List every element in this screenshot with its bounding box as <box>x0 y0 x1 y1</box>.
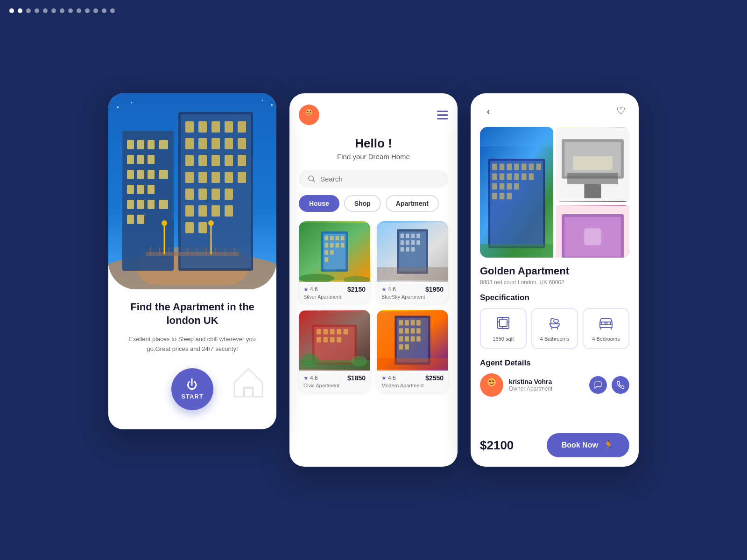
property-card-3[interactable]: ★ 4.6 $1850 Civic Apartment <box>299 310 370 392</box>
svg-rect-160 <box>536 164 541 170</box>
svg-rect-87 <box>324 236 328 241</box>
agent-info: kristina Vohra Owner Apartment <box>509 378 584 392</box>
svg-rect-154 <box>492 164 497 170</box>
svg-rect-145 <box>405 336 409 341</box>
svg-point-131 <box>301 354 319 367</box>
tab-house[interactable]: House <box>299 195 339 212</box>
star-icon: ★ <box>303 286 309 293</box>
svg-rect-180 <box>584 184 601 198</box>
svg-rect-31 <box>238 121 246 133</box>
spec-cards: 1650 sqft 4 Bathrooms <box>480 308 629 349</box>
property-image-2 <box>377 221 448 282</box>
svg-point-80 <box>307 111 309 112</box>
search-bar[interactable] <box>299 170 448 188</box>
bathrooms-label: 4 Bathrooms <box>540 336 569 342</box>
svg-rect-50 <box>225 189 233 200</box>
svg-rect-164 <box>514 173 519 180</box>
prop-name-1: Silver Apartment <box>303 294 366 300</box>
splash-subtitle: Exellent places to Sleep and chill where… <box>120 335 265 354</box>
tab-shop[interactable]: Shop <box>344 195 381 212</box>
svg-point-82 <box>309 176 314 181</box>
property-card-2[interactable]: ★ 4.6 $1950 BlueSky Apartment <box>377 221 448 303</box>
svg-rect-123 <box>330 329 335 334</box>
photo-main <box>480 127 553 258</box>
spec-title: Specification <box>480 293 629 302</box>
svg-rect-54 <box>225 205 233 217</box>
svg-rect-140 <box>399 328 403 333</box>
svg-rect-55 <box>185 222 194 233</box>
dots-row <box>9 8 115 13</box>
price-1: $2150 <box>347 286 366 293</box>
svg-rect-105 <box>411 234 415 238</box>
filter-tabs: House Shop Apartment <box>299 195 448 212</box>
svg-rect-94 <box>341 243 345 248</box>
svg-rect-139 <box>416 320 421 325</box>
property-card-1[interactable]: ★ 4.6 $2150 Silver Apartment <box>299 221 370 303</box>
svg-rect-89 <box>335 236 339 241</box>
svg-point-73 <box>131 102 133 104</box>
svg-rect-170 <box>514 183 519 189</box>
svg-rect-76 <box>245 388 252 397</box>
svg-rect-114 <box>377 267 448 280</box>
svg-rect-112 <box>406 247 409 252</box>
menu-button[interactable] <box>437 111 448 119</box>
property-image-4 <box>377 310 448 371</box>
svg-rect-32 <box>185 138 194 149</box>
svg-rect-97 <box>324 257 328 262</box>
svg-rect-165 <box>521 173 526 180</box>
svg-rect-143 <box>416 328 421 333</box>
svg-point-210 <box>489 380 491 382</box>
svg-rect-91 <box>324 243 328 248</box>
svg-rect-142 <box>411 328 415 333</box>
dot-5 <box>43 8 48 13</box>
hero-image <box>108 93 276 289</box>
search-input[interactable] <box>320 175 440 183</box>
detail-price: $2100 <box>480 438 514 453</box>
start-button[interactable]: ⏻ START <box>171 368 213 410</box>
card-info-4: ★ 4.6 $2550 Modern Apartment <box>377 371 448 392</box>
user-avatar[interactable] <box>299 105 319 125</box>
svg-point-209 <box>487 378 496 386</box>
svg-rect-113 <box>411 247 415 252</box>
agent-actions <box>589 376 629 394</box>
svg-rect-178 <box>567 173 618 184</box>
svg-rect-36 <box>238 138 246 149</box>
rating-1: ★ 4.6 <box>303 286 318 293</box>
agent-row: kristina Vohra Owner Apartment <box>480 373 629 397</box>
svg-rect-109 <box>411 240 415 245</box>
dot-12 <box>102 8 106 13</box>
svg-rect-29 <box>211 121 220 133</box>
prop-name-3: Civic Apartment <box>303 383 366 388</box>
splash-content: Find the Apartment in the london UK Exel… <box>108 289 276 429</box>
apartment-title: Golden Apartment <box>480 265 629 277</box>
back-button[interactable]: ‹ <box>480 103 497 119</box>
svg-rect-144 <box>399 336 403 341</box>
favorite-button[interactable]: ♡ <box>613 103 629 119</box>
properties-grid: ★ 4.6 $2150 Silver Apartment <box>299 221 448 392</box>
svg-rect-157 <box>514 164 519 170</box>
dot-10 <box>85 8 90 13</box>
prop-name-4: Modern Apartment <box>381 383 444 388</box>
run-icon: 🏃 <box>603 440 614 451</box>
chat-button[interactable] <box>589 376 607 394</box>
svg-rect-129 <box>337 337 341 342</box>
svg-rect-34 <box>211 138 220 149</box>
card-info-1: ★ 4.6 $2150 Silver Apartment <box>299 282 370 303</box>
book-now-button[interactable]: Book Now 🏃 <box>547 433 629 457</box>
svg-rect-111 <box>401 247 404 252</box>
svg-rect-162 <box>500 173 504 180</box>
property-card-4[interactable]: ★ 4.6 $2550 Modern Apartment <box>377 310 448 392</box>
svg-rect-169 <box>507 183 512 189</box>
price-3: $1850 <box>347 374 366 382</box>
tab-apartment[interactable]: Apartment <box>386 195 439 212</box>
svg-rect-49 <box>211 189 220 200</box>
svg-rect-104 <box>406 234 409 238</box>
agent-name: kristina Vohra <box>509 378 584 385</box>
svg-rect-92 <box>330 243 334 248</box>
svg-rect-42 <box>185 172 194 183</box>
svg-rect-121 <box>317 329 321 334</box>
svg-rect-150 <box>377 358 448 369</box>
svg-rect-44 <box>211 172 220 183</box>
rating-3: ★ 4.6 <box>303 375 318 381</box>
call-button[interactable] <box>612 376 629 394</box>
